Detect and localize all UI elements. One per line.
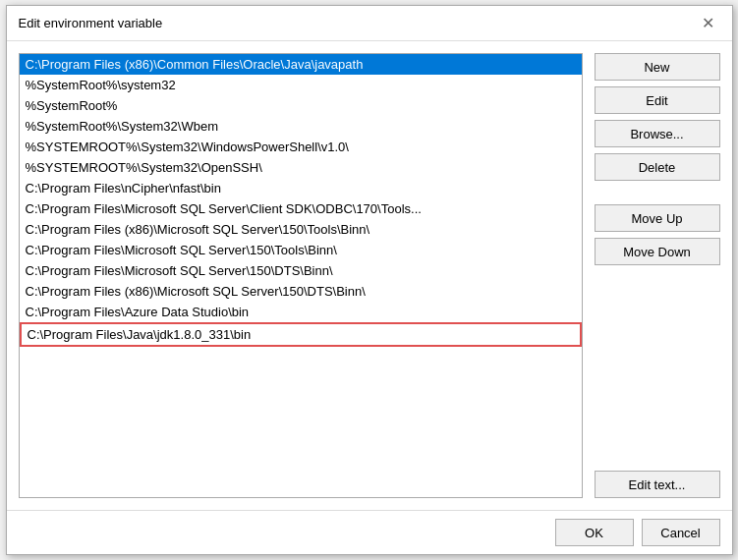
list-item[interactable]: C:\Program Files (x86)\Common Files\Orac… — [20, 54, 582, 75]
list-item[interactable]: C:\Program Files (x86)\Microsoft SQL Ser… — [20, 219, 582, 240]
list-item[interactable]: %SystemRoot%\system32 — [20, 75, 582, 95]
dialog: Edit environment variable ✕ C:\Program F… — [6, 5, 733, 555]
list-item[interactable]: %SystemRoot%\System32\Wbem — [20, 116, 582, 137]
env-var-list[interactable]: C:\Program Files (x86)\Common Files\Orac… — [19, 53, 583, 498]
dialog-content: C:\Program Files (x86)\Common Files\Orac… — [7, 41, 732, 510]
new-button[interactable]: New — [595, 53, 720, 81]
move-down-button[interactable]: Move Down — [595, 238, 720, 265]
move-up-button[interactable]: Move Up — [595, 204, 720, 232]
ok-button[interactable]: OK — [555, 519, 634, 546]
edit-text-button[interactable]: Edit text... — [595, 471, 720, 498]
browse-button[interactable]: Browse... — [595, 120, 720, 147]
list-item[interactable]: C:\Program Files\nCipher\nfast\bin — [20, 178, 582, 198]
list-item[interactable]: %SYSTEMROOT%\System32\OpenSSH\ — [20, 157, 582, 178]
list-item[interactable]: C:\Program Files\Microsoft SQL Server\15… — [20, 260, 582, 281]
list-item[interactable]: C:\Program Files\Azure Data Studio\bin — [20, 302, 582, 322]
cancel-button[interactable]: Cancel — [642, 519, 720, 546]
bottom-bar: OK Cancel — [7, 510, 732, 554]
dialog-title: Edit environment variable — [19, 16, 163, 30]
delete-button[interactable]: Delete — [595, 153, 720, 181]
list-item[interactable]: %SYSTEMROOT%\System32\WindowsPowerShell\… — [20, 137, 582, 157]
buttons-panel: New Edit Browse... Delete Move Up Move D… — [595, 53, 720, 498]
list-item[interactable]: C:\Program Files (x86)\Microsoft SQL Ser… — [20, 281, 582, 302]
list-item[interactable]: C:\Program Files\Microsoft SQL Server\15… — [20, 240, 582, 260]
list-item[interactable]: C:\Program Files\Java\jdk1.8.0_331\bin — [20, 322, 582, 347]
close-button[interactable]: ✕ — [697, 12, 720, 35]
edit-button[interactable]: Edit — [595, 86, 720, 114]
list-item[interactable]: %SystemRoot% — [20, 95, 582, 116]
list-item[interactable]: C:\Program Files\Microsoft SQL Server\Cl… — [20, 198, 582, 219]
title-bar: Edit environment variable ✕ — [7, 6, 732, 41]
